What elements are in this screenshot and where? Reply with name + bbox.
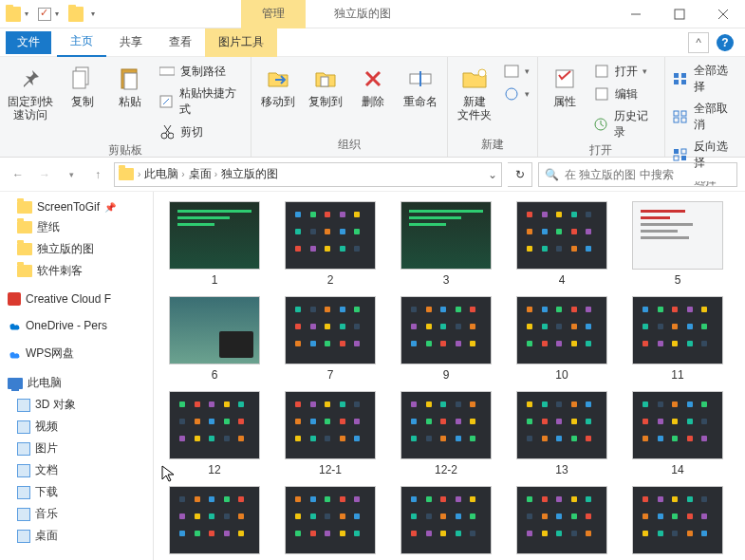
ribbon-toggle-icon[interactable]: ^ bbox=[688, 32, 709, 53]
search-box[interactable]: 🔍 bbox=[538, 162, 737, 187]
cut-button[interactable]: 剪切 bbox=[158, 123, 243, 140]
thumbnail-item[interactable]: 3 bbox=[391, 201, 501, 287]
search-input[interactable] bbox=[565, 168, 731, 181]
tab-share[interactable]: 共享 bbox=[106, 28, 156, 57]
ribbon-group-clipboard: 固定到快 速访问 复制 粘贴 复制路径 粘贴快捷方式 剪切 剪贴板 bbox=[0, 57, 251, 157]
sidebar-item[interactable]: OneDrive - Pers bbox=[4, 316, 149, 335]
group-label-organize: 组织 bbox=[259, 135, 439, 157]
properties-button[interactable]: 属性 bbox=[546, 61, 584, 112]
thumbnail-item[interactable] bbox=[507, 486, 617, 558]
select-all-button[interactable]: 全部选择 bbox=[673, 63, 737, 95]
sidebar-item[interactable]: Creative Cloud F bbox=[4, 289, 149, 308]
sidebar-item-label: 视频 bbox=[35, 419, 58, 435]
thumbnail-image bbox=[516, 201, 607, 270]
breadcrumb-desktop[interactable]: 桌面› bbox=[189, 166, 217, 182]
thumbnail-item[interactable] bbox=[159, 486, 270, 558]
up-button[interactable]: ↑ bbox=[87, 164, 108, 185]
tab-file[interactable]: 文件 bbox=[6, 31, 51, 54]
qat-customize-icon[interactable]: ▾ bbox=[89, 9, 97, 18]
thumbnail-item[interactable]: 12 bbox=[159, 391, 270, 476]
thumbnail-item[interactable] bbox=[623, 486, 733, 558]
sidebar-item[interactable]: 此电脑 bbox=[4, 372, 149, 394]
maximize-button[interactable] bbox=[658, 0, 701, 28]
thumbnail-item[interactable]: 7 bbox=[275, 296, 385, 382]
thumbnail-label: 7 bbox=[327, 368, 334, 382]
address-bar[interactable]: › 此电脑› 桌面› 独立版的图 ⌄ bbox=[114, 162, 502, 187]
thumbnail-item[interactable]: 14 bbox=[623, 391, 733, 476]
library-icon bbox=[17, 442, 30, 456]
sidebar-item[interactable]: 独立版的图 bbox=[4, 238, 149, 260]
thumbnail-item[interactable]: 4 bbox=[507, 201, 617, 287]
refresh-button[interactable]: ↻ bbox=[508, 162, 532, 187]
copy-to-button[interactable]: 复制到 bbox=[307, 61, 345, 112]
sidebar-item[interactable]: 3D 对象 bbox=[4, 394, 149, 416]
paste-shortcut-button[interactable]: 粘贴快捷方式 bbox=[158, 85, 243, 118]
delete-button[interactable]: 删除 bbox=[354, 61, 392, 112]
pin-icon bbox=[16, 65, 45, 93]
thumbnail-item[interactable]: 10 bbox=[507, 296, 617, 382]
sidebar-item-label: 此电脑 bbox=[28, 375, 62, 391]
title-bar: ▾ ▾ ▾ 管理 独立版的图 bbox=[0, 0, 745, 28]
sidebar-item[interactable]: ScreenToGif📌 bbox=[4, 197, 149, 216]
thumbnail-item[interactable]: 6 bbox=[159, 296, 270, 382]
qat-folder-icon[interactable] bbox=[68, 7, 84, 22]
back-button[interactable]: ← bbox=[8, 164, 28, 185]
thumbnail-item[interactable]: 5 bbox=[623, 201, 733, 287]
thumbnail-item[interactable]: 13 bbox=[507, 391, 617, 476]
edit-button[interactable]: 编辑 bbox=[593, 85, 657, 103]
rename-button[interactable]: 重命名 bbox=[401, 61, 439, 112]
new-item-button[interactable]: ▾ bbox=[503, 63, 530, 80]
address-dropdown-icon[interactable]: ⌄ bbox=[488, 168, 497, 181]
sidebar-item[interactable]: 文档 bbox=[4, 459, 149, 481]
select-none-button[interactable]: 全部取消 bbox=[673, 101, 737, 133]
sidebar-item-label: 独立版的图 bbox=[37, 241, 94, 257]
thumbnail-item[interactable]: 9 bbox=[391, 296, 501, 382]
breadcrumb-this-pc[interactable]: 此电脑› bbox=[144, 166, 184, 182]
move-to-button[interactable]: 移动到 bbox=[259, 61, 297, 112]
ribbon-group-organize: 移动到 复制到 删除 重命名 组织 bbox=[251, 57, 448, 157]
qat-checkbox-icon[interactable] bbox=[38, 8, 51, 21]
recent-locations-button[interactable]: ▾ bbox=[61, 164, 82, 185]
pin-to-quick-access-button[interactable]: 固定到快 速访问 bbox=[8, 61, 54, 125]
paste-button[interactable]: 粘贴 bbox=[111, 61, 149, 112]
new-item-icon bbox=[503, 63, 520, 80]
ribbon-tabs: 文件 主页 共享 查看 图片工具 ^ ? bbox=[0, 28, 745, 57]
thumbnail-item[interactable]: 11 bbox=[623, 296, 733, 382]
thumbnail-item[interactable]: 2 bbox=[275, 201, 385, 287]
thumbnail-item[interactable]: 12-1 bbox=[275, 391, 385, 476]
tab-home[interactable]: 主页 bbox=[57, 28, 106, 57]
help-icon[interactable]: ? bbox=[717, 34, 734, 51]
sidebar-item[interactable]: WPS网盘 bbox=[4, 343, 149, 364]
breadcrumb-sep-icon[interactable]: › bbox=[138, 169, 140, 179]
tab-view[interactable]: 查看 bbox=[156, 28, 205, 57]
new-folder-button[interactable]: 新建 文件夹 bbox=[456, 61, 494, 125]
qat-dropdown-icon[interactable]: ▾ bbox=[53, 9, 61, 18]
thumbnail-item[interactable] bbox=[275, 486, 385, 558]
open-button[interactable]: 打开▾ bbox=[593, 63, 657, 80]
sidebar-item[interactable]: 桌面 bbox=[4, 525, 149, 547]
easy-access-button[interactable]: ▾ bbox=[503, 85, 530, 103]
qat-dropdown-icon[interactable]: ▾ bbox=[23, 9, 30, 18]
sidebar-item[interactable]: 壁纸 bbox=[4, 216, 149, 238]
breadcrumb-current[interactable]: 独立版的图 bbox=[221, 166, 278, 182]
sidebar-item[interactable]: 下载 bbox=[4, 481, 149, 503]
sidebar-item[interactable]: 图片 bbox=[4, 438, 149, 459]
navigation-pane[interactable]: ScreenToGif📌壁纸独立版的图软件刺客Creative Cloud FO… bbox=[0, 192, 154, 560]
copy-path-button[interactable]: 复制路径 bbox=[158, 63, 243, 80]
content-pane[interactable]: 1234567910111212-112-21314 bbox=[154, 192, 745, 560]
thumbnail-item[interactable]: 12-2 bbox=[391, 391, 501, 476]
history-button[interactable]: 历史记录 bbox=[593, 108, 657, 140]
edit-icon bbox=[593, 85, 610, 103]
thumbnail-image bbox=[169, 391, 260, 459]
sidebar-item[interactable]: 软件刺客 bbox=[4, 260, 149, 282]
thumbnail-item[interactable]: 1 bbox=[159, 201, 270, 287]
copy-button[interactable]: 复制 bbox=[64, 61, 102, 112]
forward-button[interactable]: → bbox=[34, 164, 55, 185]
sidebar-item[interactable]: 音乐 bbox=[4, 503, 149, 525]
thumbnail-item[interactable] bbox=[391, 486, 501, 558]
minimize-button[interactable] bbox=[614, 0, 658, 28]
pin-icon: 📌 bbox=[104, 202, 116, 213]
close-button[interactable] bbox=[701, 0, 745, 28]
tab-picture-tools[interactable]: 图片工具 bbox=[205, 28, 277, 57]
sidebar-item[interactable]: 视频 bbox=[4, 416, 149, 438]
